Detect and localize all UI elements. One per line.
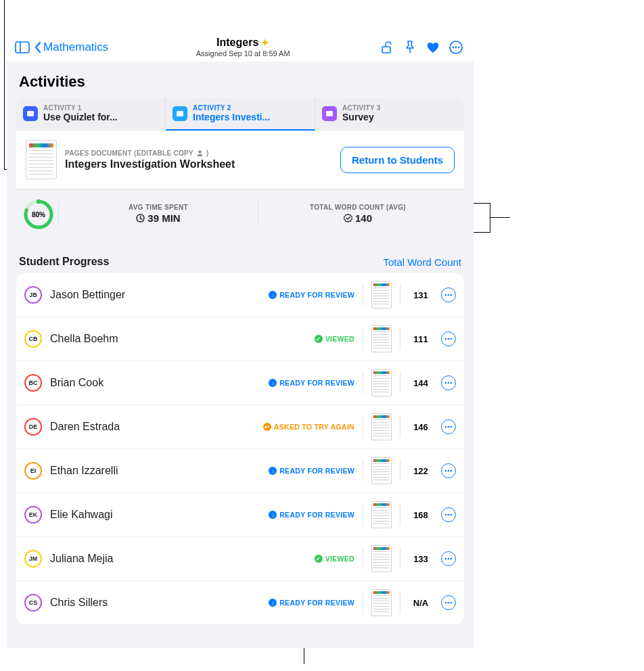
row-more-button[interactable] — [441, 287, 456, 302]
row-more-button[interactable] — [441, 551, 456, 566]
status-badge: ↓ READY FOR REVIEW — [269, 467, 354, 475]
document-row: PAGES DOCUMENT (EDITABLE COPY ) Integers… — [16, 131, 464, 189]
submission-thumbnail[interactable] — [371, 589, 392, 616]
chevron-left-icon — [34, 41, 42, 53]
svg-point-29 — [451, 470, 453, 472]
svg-point-5 — [455, 46, 457, 48]
svg-point-30 — [445, 514, 447, 516]
document-thumbnail[interactable] — [26, 140, 57, 179]
activity-tab-3[interactable]: ACTIVITY 3 Survey — [315, 97, 464, 131]
submission-thumbnail[interactable] — [371, 413, 392, 440]
lock-button[interactable] — [377, 41, 396, 54]
row-more-button[interactable] — [441, 331, 456, 346]
svg-point-31 — [448, 514, 450, 516]
svg-rect-2 — [382, 47, 390, 53]
divider — [400, 504, 400, 526]
page-title: Integers — [216, 37, 258, 49]
more-button[interactable] — [446, 40, 465, 55]
student-name: Brian Cook — [50, 377, 260, 389]
divider — [400, 548, 400, 570]
svg-rect-9 — [326, 111, 333, 116]
status-icon: ↓ — [269, 291, 277, 299]
student-row[interactable]: CB Chella Boehm ✓ VIEWED 111 — [16, 317, 464, 361]
stat-words: TOTAL WORD COUNT (AVG) 140 — [258, 202, 457, 227]
divider — [363, 460, 363, 482]
student-row[interactable]: DE Daren Estrada ↩ ASKED TO TRY AGAIN 14… — [16, 405, 464, 449]
back-label: Mathematics — [43, 41, 108, 54]
student-row[interactable]: JM Juliana Mejia ✓ VIEWED 133 — [16, 537, 464, 581]
submission-thumbnail[interactable] — [371, 457, 392, 484]
row-more-button[interactable] — [441, 375, 456, 390]
row-more-button[interactable] — [441, 507, 456, 522]
student-row[interactable]: CS Chris Sillers ↓ READY FOR REVIEW N/A — [16, 581, 464, 624]
activity-icon — [23, 106, 38, 121]
svg-point-6 — [458, 46, 460, 48]
document-kicker-suffix: ) — [206, 149, 209, 157]
svg-point-34 — [448, 558, 450, 560]
sidebar-toggle-button[interactable] — [15, 41, 30, 53]
divider — [363, 284, 363, 306]
activity-tab-2[interactable]: ACTIVITY 2 Integers Investi... — [166, 97, 315, 131]
sort-link[interactable]: Total Word Count — [383, 256, 461, 268]
svg-point-37 — [448, 602, 450, 604]
status-badge: ✓ VIEWED — [315, 335, 354, 343]
submission-thumbnail[interactable] — [371, 545, 392, 572]
student-row[interactable]: BC Brian Cook ↓ READY FOR REVIEW 144 — [16, 361, 464, 405]
svg-point-19 — [448, 338, 450, 340]
svg-point-36 — [445, 602, 447, 604]
activity-tab-text: ACTIVITY 2 Integers Investi... — [193, 104, 270, 122]
svg-point-28 — [448, 470, 450, 472]
favorite-button[interactable] — [423, 41, 442, 54]
word-count: 144 — [409, 378, 433, 388]
svg-point-16 — [448, 294, 450, 296]
stat-words-value: 140 — [355, 212, 372, 224]
status-badge: ↓ READY FOR REVIEW — [269, 379, 354, 387]
word-count: 146 — [409, 422, 433, 432]
divider — [400, 416, 400, 438]
student-avatar: BC — [24, 374, 42, 392]
activity-tab-text: ACTIVITY 3 Survey — [342, 104, 381, 122]
ellipsis-icon — [444, 469, 453, 472]
divider — [363, 592, 363, 614]
divider — [363, 372, 363, 394]
activity-label: Survey — [342, 112, 381, 122]
svg-point-38 — [451, 602, 453, 604]
student-avatar: CS — [24, 594, 42, 611]
callout-line — [4, 0, 5, 170]
svg-point-15 — [445, 294, 447, 296]
svg-point-21 — [445, 382, 447, 384]
row-more-button[interactable] — [441, 595, 456, 610]
submission-thumbnail[interactable] — [371, 369, 392, 396]
ellipsis-icon — [444, 381, 453, 384]
row-more-button[interactable] — [441, 419, 456, 434]
student-avatar: EI — [24, 462, 42, 480]
ellipsis-icon — [444, 557, 453, 560]
student-name: Chris Sillers — [50, 597, 260, 609]
submission-thumbnail[interactable] — [371, 325, 392, 352]
svg-point-27 — [445, 470, 447, 472]
status-icon: ↓ — [269, 599, 277, 607]
student-name: Jason Bettinger — [50, 289, 260, 301]
ellipsis-circle-icon — [448, 40, 463, 55]
back-button[interactable]: Mathematics — [34, 41, 108, 54]
return-to-students-button[interactable]: Return to Students — [340, 147, 455, 173]
student-row[interactable]: JB Jason Bettinger ↓ READY FOR REVIEW 13… — [16, 273, 464, 317]
status-text: READY FOR REVIEW — [279, 511, 354, 519]
sparkle-icon: ✦ — [261, 37, 269, 48]
status-icon: ✓ — [315, 555, 323, 563]
svg-rect-8 — [177, 111, 183, 116]
submission-thumbnail[interactable] — [371, 281, 392, 308]
divider — [363, 504, 363, 526]
activity-tab-1[interactable]: ACTIVITY 1 Use Quizlet for... — [16, 97, 166, 131]
pin-button[interactable] — [400, 41, 419, 54]
word-count: 168 — [409, 510, 433, 520]
status-text: READY FOR REVIEW — [279, 467, 354, 475]
stat-time-value: 39 MIN — [147, 212, 180, 224]
student-row[interactable]: EI Ethan Izzarelli ↓ READY FOR REVIEW 12… — [16, 449, 464, 493]
sidebar-icon — [15, 41, 30, 53]
student-name: Daren Estrada — [50, 421, 255, 433]
student-row[interactable]: EK Elie Kahwagi ↓ READY FOR REVIEW 168 — [16, 493, 464, 537]
ellipsis-icon — [444, 513, 453, 516]
row-more-button[interactable] — [441, 463, 456, 478]
submission-thumbnail[interactable] — [371, 501, 392, 528]
